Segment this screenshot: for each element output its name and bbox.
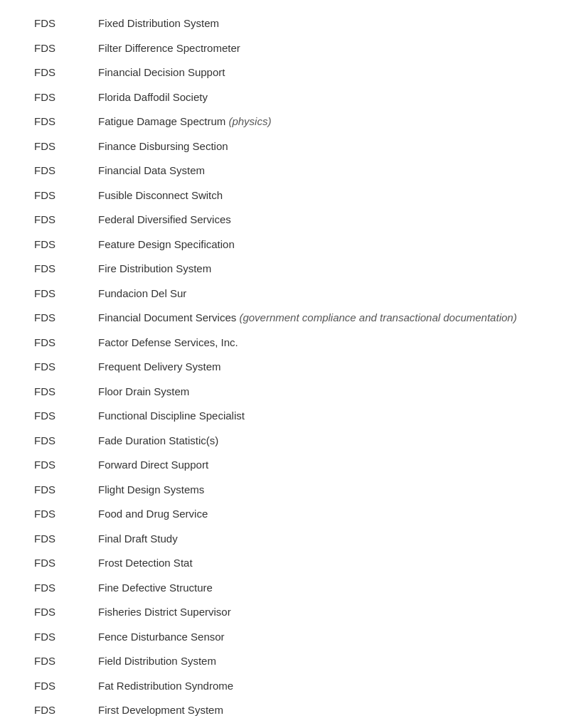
definition-text: Frost Detection Stat [98,557,193,569]
definition-text: Financial Decision Support [98,66,225,78]
table-row: FDSFinancial Decision Support [28,60,541,85]
definition-text: Fundacion Del Sur [98,287,186,299]
table-row: FDSFood and Drug Service [28,502,541,527]
abbr-cell: FDS [28,527,92,552]
table-row: FDSFirst Development System [28,698,541,723]
table-row: FDSFisheries District Supervisor [28,600,541,625]
abbr-cell: FDS [28,60,92,85]
abbr-cell: FDS [28,282,92,306]
abbr-cell: FDS [28,576,92,601]
table-row: FDSFatigue Damage Spectrum (physics) [28,109,541,134]
definition-text: Final Draft Study [98,532,178,545]
definition-cell: Fundacion Del Sur [92,282,541,306]
definition-text: Florida Daffodil Society [98,91,208,103]
definition-cell: Financial Data System [92,159,541,183]
definition-italic: (physics) [228,115,271,127]
definition-cell: Fixed Distribution System [92,11,541,36]
definition-text: Fat Redistribution Syndrome [98,680,233,692]
definition-cell: Federal Diversified Services [92,208,541,232]
definition-italic: (government compliance and transactional… [239,311,516,323]
abbr-cell: FDS [28,600,92,625]
definition-text: Floor Drain System [98,385,189,397]
definition-cell: Fence Disturbance Sensor [92,625,541,650]
definition-cell: Factor Defense Services, Inc. [92,331,541,355]
abbr-cell: FDS [28,502,92,527]
main-container: FDSFixed Distribution SystemFDSFilter Di… [0,0,569,728]
definition-cell: Feature Design Specification [92,232,541,257]
abbr-cell: FDS [28,232,92,257]
abbr-cell: FDS [28,649,92,674]
table-row: FDSForward Direct Support [28,453,541,478]
definition-text: Functional Discipline Specialist [98,410,245,422]
table-row: FDSFade Duration Statistic(s) [28,429,541,454]
definition-cell: Functional Discipline Specialist [92,404,541,429]
table-row: FDSFlorida Daffodil Society [28,85,541,110]
abbr-cell: FDS [28,11,92,36]
table-row: FDSFinancial Document Services (governme… [28,306,541,331]
definition-cell: Fade Duration Statistic(s) [92,429,541,454]
definition-cell: Flight Design Systems [92,478,541,503]
definition-cell: Floor Drain System [92,380,541,405]
table-row: FDSFinancial Data System [28,159,541,183]
table-row: FDSFrost Detection Stat [28,551,541,576]
definition-text: Fixed Distribution System [98,17,219,29]
abbr-cell: FDS [28,551,92,576]
definition-text: Frequent Delivery System [98,360,221,373]
definition-cell: Financial Decision Support [92,60,541,85]
abbr-cell: FDS [28,674,92,699]
definition-text: Fisheries District Supervisor [98,606,231,618]
definition-cell: Florida Daffodil Society [92,85,541,110]
definition-cell: Food and Drug Service [92,502,541,527]
definition-cell: Filter Difference Spectrometer [92,36,541,61]
definition-text: Fire Distribution System [98,262,211,274]
table-row: FDSFloor Drain System [28,380,541,405]
abbr-cell: FDS [28,208,92,232]
abbr-cell: FDS [28,306,92,331]
definition-text: Filter Difference Spectrometer [98,42,240,54]
definition-cell: Field Distribution System [92,649,541,674]
definitions-table: FDSFixed Distribution SystemFDSFilter Di… [28,11,541,723]
table-row: FDSFat Redistribution Syndrome [28,674,541,699]
definition-text: Flight Design Systems [98,483,204,496]
definition-cell: Fine Defective Structure [92,576,541,601]
definition-text: Factor Defense Services, Inc. [98,336,238,348]
abbr-cell: FDS [28,698,92,723]
abbr-cell: FDS [28,257,92,282]
abbr-cell: FDS [28,183,92,208]
definition-cell: Forward Direct Support [92,453,541,478]
table-row: FDSFeature Design Specification [28,232,541,257]
definition-cell: Fire Distribution System [92,257,541,282]
definition-text: Fine Defective Structure [98,582,213,594]
table-row: FDSFinal Draft Study [28,527,541,552]
table-row: FDSFundacion Del Sur [28,282,541,306]
definition-cell: Fisheries District Supervisor [92,600,541,625]
definition-cell: Fat Redistribution Syndrome [92,674,541,699]
definition-text: Forward Direct Support [98,459,208,471]
table-row: FDSFrequent Delivery System [28,355,541,380]
definition-text: Field Distribution System [98,655,216,667]
definition-text: Financial Data System [98,164,205,176]
abbr-cell: FDS [28,380,92,405]
table-row: FDSField Distribution System [28,649,541,674]
table-row: FDSFederal Diversified Services [28,208,541,232]
abbr-cell: FDS [28,355,92,380]
abbr-cell: FDS [28,36,92,61]
definition-text: Feature Design Specification [98,238,235,250]
definition-text: Food and Drug Service [98,508,208,520]
table-row: FDSFine Defective Structure [28,576,541,601]
definition-cell: First Development System [92,698,541,723]
definition-cell: Financial Document Services (government … [92,306,541,331]
definition-cell: Frequent Delivery System [92,355,541,380]
table-row: FDSFixed Distribution System [28,11,541,36]
table-row: FDSFactor Defense Services, Inc. [28,331,541,355]
definition-text: Fade Duration Statistic(s) [98,434,218,446]
abbr-cell: FDS [28,429,92,454]
definition-text: Fence Disturbance Sensor [98,631,225,643]
table-row: FDSFlight Design Systems [28,478,541,503]
definition-cell: Finance Disbursing Section [92,134,541,159]
abbr-cell: FDS [28,478,92,503]
table-row: FDSFence Disturbance Sensor [28,625,541,650]
abbr-cell: FDS [28,85,92,110]
abbr-cell: FDS [28,404,92,429]
definition-text: Fatigue Damage Spectrum [98,115,228,127]
